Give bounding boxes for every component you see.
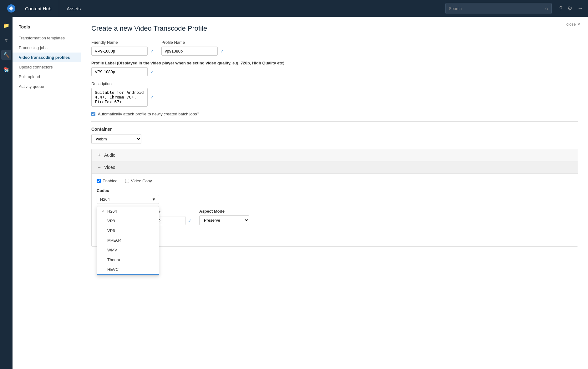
friendly-name-field: ✓	[91, 47, 154, 56]
container-label: Container	[91, 127, 578, 132]
theora-label: Theora	[107, 257, 120, 262]
video-copy-checkbox[interactable]	[125, 179, 129, 183]
sidebar-nav: Tools Transformation templates Processin…	[13, 17, 81, 369]
description-check-icon: ✓	[150, 95, 154, 100]
profile-label-input[interactable]	[91, 67, 148, 76]
filter-icon[interactable]: ▿	[3, 35, 9, 45]
search-icon: ⌕	[545, 6, 548, 11]
height-check-icon: ✓	[188, 218, 192, 223]
close-icon: ✕	[577, 22, 580, 27]
auto-attach-row: Automatically attach profile to newly cr…	[91, 112, 578, 116]
name-row: Friendly Name ✓ Profile Name ✓	[91, 40, 578, 56]
codec-option-hevc[interactable]: ✓ HEVC	[97, 265, 159, 274]
codec-option-theora[interactable]: ✓ Theora	[97, 255, 159, 265]
aspect-mode-group: Aspect Mode Preserve Crop Stretch Pad	[199, 209, 249, 225]
profile-name-input[interactable]	[161, 47, 218, 56]
logout-icon[interactable]: →	[577, 5, 583, 12]
codec-dropdown-arrow: ▼	[152, 197, 156, 202]
search-input[interactable]	[449, 6, 545, 11]
container-select[interactable]: webm mp4 mkv avi mov	[91, 134, 141, 144]
description-section: Description Suitable for Android 4.4+, C…	[91, 81, 578, 107]
codec-option-vp8[interactable]: ✓ VP8	[97, 216, 159, 226]
main-layout: 📁 ▿ 🔨 📚 Tools Transformation templates P…	[0, 17, 588, 369]
profile-label-section: Profile Label (Displayed in the video pl…	[91, 61, 578, 76]
codec-option-vp6[interactable]: ✓ VP6	[97, 226, 159, 235]
help-icon[interactable]: ?	[559, 5, 562, 12]
friendly-name-input[interactable]	[91, 47, 148, 56]
video-accordion-content: Enabled Video Copy Codec H264	[92, 174, 578, 246]
settings-icon[interactable]: ⚙	[567, 5, 572, 12]
codec-option-mpeg4[interactable]: ✓ MPEG4	[97, 235, 159, 245]
content-area: close ✕ Create a new Video Transcode Pro…	[81, 17, 588, 369]
video-expand-icon: −	[97, 164, 102, 170]
svg-point-1	[10, 8, 12, 9]
h264-check: ✓	[102, 209, 105, 213]
video-copy-option: Video Copy	[125, 179, 152, 183]
topnav-icons: ? ⚙ →	[559, 5, 583, 12]
search-area: ⌕ ? ⚙ →	[445, 3, 583, 14]
profile-name-field: ✓	[161, 47, 224, 56]
close-button[interactable]: close ✕	[566, 22, 580, 27]
app-logo[interactable]	[5, 4, 18, 13]
video-accordion-header[interactable]: − Video	[92, 161, 578, 174]
dimensions-row: Width ✓ Height ✓ Aspec	[97, 209, 573, 225]
options-row: Enabled Video Copy	[97, 179, 573, 183]
profile-name-check-icon: ✓	[220, 49, 224, 54]
profile-name-label: Profile Name	[161, 40, 224, 45]
sidebar-item-bulk-upload[interactable]: Bulk upload	[13, 72, 81, 82]
hevc-label: HEVC	[107, 267, 119, 272]
aspect-mode-label: Aspect Mode	[199, 209, 249, 214]
upscale-row: Upscale	[97, 229, 573, 234]
profile-label-check-icon: ✓	[150, 69, 154, 74]
codec-option-vp9[interactable]: ✓ VP9	[97, 274, 159, 275]
video-copy-label: Video Copy	[131, 179, 152, 183]
audio-expand-icon: +	[97, 152, 102, 158]
codec-select-display[interactable]: H264 ▼	[97, 195, 159, 204]
description-label: Description	[91, 81, 112, 86]
profile-label-description: Profile Label (Displayed in the video pl…	[91, 61, 578, 65]
sidebar-item-transformation-templates[interactable]: Transformation templates	[13, 33, 81, 43]
container-section: Container webm mp4 mkv avi mov	[91, 127, 578, 144]
codec-options-scroll: ✓ H264 ✓ VP8 ✓ VP6	[97, 206, 159, 275]
divider	[91, 121, 578, 122]
profile-name-group: Profile Name ✓	[161, 40, 224, 56]
aspect-mode-select[interactable]: Preserve Crop Stretch Pad	[199, 215, 249, 225]
tools-icon[interactable]: 🔨	[1, 50, 11, 60]
vp6-label: VP6	[107, 228, 115, 233]
video-accordion-label: Video	[104, 165, 115, 170]
page-title: Create a new Video Transcode Profile	[91, 24, 578, 33]
close-label: close	[566, 22, 576, 27]
codec-dropdown-container: H264 ▼ ✓ H264 ✓ VP8	[97, 195, 159, 204]
book-icon[interactable]: 📚	[1, 65, 11, 74]
topnav: Content Hub Assets ⌕ ? ⚙ →	[0, 0, 588, 17]
description-field: Suitable for Android 4.4+, Chrome 70+, F…	[91, 88, 578, 107]
sidebar-item-activity-queue[interactable]: Activity queue	[13, 82, 81, 91]
codec-option-wmv[interactable]: ✓ WMV	[97, 245, 159, 255]
auto-attach-label: Automatically attach profile to newly cr…	[98, 112, 199, 116]
enabled-label: Enabled	[103, 179, 118, 183]
accordion: + Audio − Video Enabled Video Copy	[91, 149, 578, 247]
codec-label: Codec	[97, 188, 573, 193]
profile-label-field: ✓	[91, 67, 578, 76]
enabled-option: Enabled	[97, 179, 118, 183]
codec-option-h264[interactable]: ✓ H264	[97, 206, 159, 216]
sidebar-item-video-transcoding-profiles[interactable]: Video transcoding profiles	[13, 53, 81, 62]
friendly-name-check-icon: ✓	[150, 49, 154, 54]
files-icon[interactable]: 📁	[1, 21, 11, 30]
codec-dropdown-list: ✓ H264 ✓ VP8 ✓ VP6	[97, 206, 159, 275]
sidebar-item-upload-connectors[interactable]: Upload connectors	[13, 62, 81, 72]
sidebar-icons: 📁 ▿ 🔨 📚	[0, 17, 13, 369]
auto-attach-checkbox[interactable]	[91, 112, 95, 116]
nav-section[interactable]: Assets	[59, 0, 88, 17]
sidebar-item-processing-jobs[interactable]: Processing jobs	[13, 43, 81, 53]
search-box[interactable]: ⌕	[445, 3, 552, 14]
codec-selected-value: H264	[100, 197, 110, 202]
description-textarea[interactable]: Suitable for Android 4.4+, Chrome 70+, F…	[91, 88, 148, 107]
wmv-label: WMV	[107, 248, 117, 252]
vp8-label: VP8	[107, 219, 115, 223]
audio-accordion-header[interactable]: + Audio	[92, 149, 578, 161]
codec-section: Codec H264 ▼ ✓ H264	[97, 188, 573, 204]
h264-label: H264	[107, 209, 117, 214]
mpeg4-label: MPEG4	[107, 238, 122, 243]
enabled-checkbox[interactable]	[97, 179, 101, 183]
